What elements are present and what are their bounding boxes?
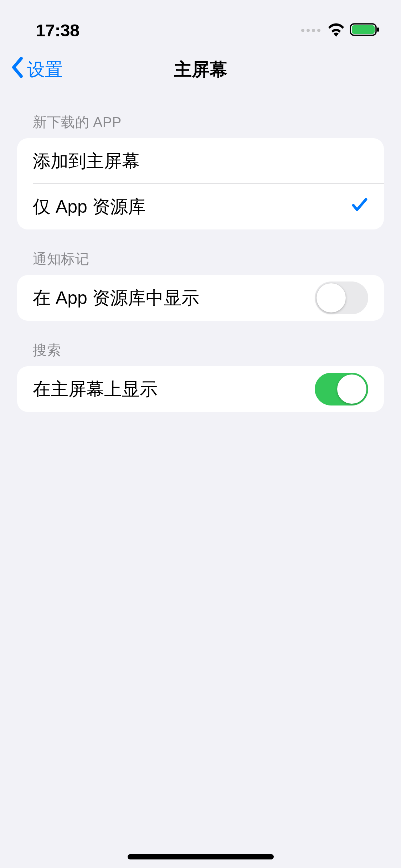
status-time: 17:38 xyxy=(36,20,79,40)
back-label: 设置 xyxy=(27,58,63,82)
section-header-search: 搜索 xyxy=(17,321,384,366)
option-add-to-home[interactable]: 添加到主屏幕 xyxy=(17,138,384,184)
chevron-left-icon xyxy=(11,57,24,82)
row-show-in-app-library: 在 App 资源库中显示 xyxy=(17,275,384,321)
cellular-dots-icon xyxy=(301,29,320,32)
svg-rect-2 xyxy=(377,27,379,32)
back-button[interactable]: 设置 xyxy=(11,57,63,82)
svg-rect-1 xyxy=(352,25,375,34)
checkmark-icon xyxy=(350,196,368,218)
status-icons xyxy=(301,22,380,38)
nav-bar: 设置 主屏幕 xyxy=(0,46,401,93)
home-indicator[interactable] xyxy=(128,854,274,859)
toggle-show-in-app-library[interactable] xyxy=(315,281,368,314)
row-label: 在主屏幕上显示 xyxy=(33,377,158,401)
option-label: 仅 App 资源库 xyxy=(33,195,146,219)
status-bar: 17:38 xyxy=(0,0,401,46)
row-show-on-home: 在主屏幕上显示 xyxy=(17,366,384,412)
nav-title: 主屏幕 xyxy=(174,58,227,82)
section-header-badges: 通知标记 xyxy=(17,229,384,275)
group-badges: 在 App 资源库中显示 xyxy=(17,275,384,321)
section-header-new-downloads: 新下载的 APP xyxy=(17,93,384,138)
battery-icon xyxy=(350,22,380,38)
group-search: 在主屏幕上显示 xyxy=(17,366,384,412)
row-label: 在 App 资源库中显示 xyxy=(33,286,199,310)
toggle-show-on-home[interactable] xyxy=(315,373,368,405)
option-label: 添加到主屏幕 xyxy=(33,149,140,173)
group-new-downloads: 添加到主屏幕 仅 App 资源库 xyxy=(17,138,384,229)
option-app-library-only[interactable]: 仅 App 资源库 xyxy=(17,184,384,229)
wifi-icon xyxy=(328,22,345,38)
